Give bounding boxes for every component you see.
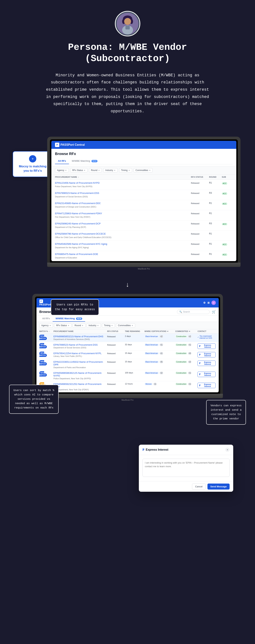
status-2: Released [107,360,123,364]
tooltip-pin: Users can pin RFXs tothe top for easy ac… [51,299,99,315]
modal-close-button[interactable]: × [225,448,230,452]
proc-link-2[interactable]: EPIN65896562321252-Name of Procurement-F… [53,383,106,388]
comm-badge: Construction [175,372,187,374]
search-bar[interactable]: 🔍 Search [177,310,210,314]
browse-rfx-title-1: Browse RFx [55,152,233,156]
col-match[interactable]: Match % ↕ [39,330,52,332]
filters-row-1: Agency▼ RFx Status▼ Round▼ Industry▼ Tim [51,166,236,174]
col-contact[interactable]: Contact [198,330,216,332]
proc-link-2[interactable]: EPIN9996585321S-Name of Procurement-DHS [53,335,106,338]
filters-row-2: Agency▼ RFx Status▼ Round▼ Industry▼ Tim [36,322,219,329]
proc-link[interactable]: EPIN965475-Name of Procurement-DOE [55,253,191,256]
match-badge: 84% MATCH [39,360,47,366]
cart-icon[interactable]: 🛒 [212,310,216,314]
col-round[interactable]: Round [209,176,222,178]
modal-p-icon: 𝐏 [142,448,144,452]
proc-link-2[interactable]: EPIN55896586362125-Name of Procurement-N… [53,372,106,377]
table-row-4: 84% MATCH EPIN222336511145632-Name of Pr… [36,359,219,370]
proc-link[interactable]: EPIN23145685-Name of Procurement-DDC [55,202,191,204]
comm-badge: Construction [175,335,187,338]
time-remaining: 32 days [125,344,143,346]
table-row-pinned: 81% MATCH EPIN9996585321S-Name of Procur… [36,334,219,342]
filter-commodities-2[interactable]: Commodities▼ [116,323,135,328]
proc-agency-2: Department of Homeless Services (DHS) [53,338,90,340]
comm-badge: Construction [175,383,187,386]
tab-mwbe-matching-1[interactable]: M/WBE Matching NEW [69,158,100,164]
filter-rfx-status-2[interactable]: RFx Status▼ [54,323,71,328]
modal-footer: Cancel Send Message [139,481,233,492]
proc-link-2[interactable]: EPIN222336511145632-Name of Procurement-… [53,360,106,366]
screenshot-section-2: Users can pin RFXs tothe top for easy ac… [0,292,255,438]
filter-rfx-status-1[interactable]: RFx Status▼ [70,168,87,172]
col-mwbe-cert[interactable]: M/WBE Certifications ▼ [144,330,174,332]
round: R1 [209,232,222,235]
mwbe-badge: Women [144,383,152,386]
p-icon: 𝐏 [199,373,200,376]
time-remaining: 12 hours [125,383,143,385]
user-avatar-2: U [212,300,216,305]
p-icon: 𝐏 [199,362,200,364]
filter-industry-2[interactable]: Industry▼ [87,323,101,328]
proc-link[interactable]: EPIN25896245-Name of Procurement-DCP [55,222,191,225]
grid-icon[interactable]: ⊞ [208,301,210,304]
modal-header: 𝐏 Express Interest × [139,445,233,455]
proc-agency: Department of City Planning (DCP) [55,226,86,228]
sub-badge: ACC [222,182,228,184]
proc-link[interactable]: EPIN47125863-Name of Procurement-FDNY [55,212,191,215]
col-rfx-status[interactable]: RFx Status [191,176,209,178]
table-row: EPIN7896523-Name of Procurement-DSSDepar… [51,190,236,200]
modal-title-row: 𝐏 Express Interest [142,448,168,452]
col-rfx-status-2[interactable]: RFx Status [107,330,123,332]
settings-icon[interactable]: ⚙ [203,301,206,304]
filter-round-1[interactable]: Round▼ [89,168,102,172]
col-commodities-2[interactable]: Commodities ▼ [175,330,196,332]
tab-all-rfx-2[interactable]: All RFx [39,316,53,322]
round: R1 [209,202,222,204]
p-icon: 𝐏 [199,354,200,356]
filter-agency-1[interactable]: Agency▼ [55,168,69,172]
table-header-2: Match % ↕ Procurement Name RFx Status Ti… [36,329,219,334]
status-2: Released [107,335,123,338]
express-interest-btn[interactable]: 𝐏 Express Interest [198,344,216,349]
filter-commodities-1[interactable]: Commodities▼ [134,168,153,172]
tooltip-sort: Users can sort by match %which uses AI t… [9,385,59,414]
plus-badge-comm: +2 [188,360,192,363]
proc-link[interactable]: EPIN25894796-Name of Procurement-OCCECE [55,232,191,235]
proc-link[interactable]: EPIN7896523-Name of Procurement-DSS [55,192,191,194]
col-proc-name-2[interactable]: Procurement Name [53,330,106,332]
express-interest-btn[interactable]: 𝐏 Express Interest [198,383,216,388]
filter-agency-2[interactable]: Agency▼ [39,323,53,328]
col-time-remaining[interactable]: Time Remaining [125,330,143,332]
expressed-interest: ✓ You expressed interest on 5/15 [198,335,216,339]
proc-link[interactable]: EPIN123456-Name of Procurement-NYPD [55,182,191,184]
proc-agency-2: Fire Department, New York City (FDNY) [53,388,89,391]
modal-send-button[interactable]: Send Message [208,484,230,490]
callout-mocsy: + Mocsy is matching you to RFx's [13,151,53,177]
match-badge: 85% MATCH [39,352,47,357]
match-badge: 81% MATCH [39,371,47,376]
filter-round-2[interactable]: Round▼ [73,323,85,328]
proc-link[interactable]: EPIN45462589-Name of Procurement-NYC Agi… [55,242,191,245]
tab-mwbe-matching-2[interactable]: M/WBE Matching NEW [53,316,85,322]
sub-badge: ACC [222,254,228,256]
modal-section: 𝐏 Express Interest × Cancel Send Message [0,438,255,506]
mwbe-badge: Black American [144,352,159,355]
col-sub[interactable]: Sub [222,176,233,178]
tab-all-rfx-1[interactable]: All RFx [55,158,69,164]
modal-message-textarea[interactable] [142,459,230,477]
express-interest-btn[interactable]: 𝐏 Express Interest [198,352,216,358]
status: Released [191,212,209,215]
proc-link-2[interactable]: EPIN785412254-Name of Procurement-NYPL [53,352,106,355]
round: R1 [209,182,222,184]
col-procurement-name[interactable]: Procurement Name ↕ [55,176,191,178]
modal-cancel-button[interactable]: Cancel [192,484,206,490]
filter-industry-1[interactable]: Industry▼ [103,168,118,172]
check-icon: ✓ [198,336,199,338]
express-interest-btn[interactable]: 𝐏 Express Interest [198,360,216,366]
proc-agency-2: Department of Parks and Recreation [53,366,86,368]
filter-timing-1[interactable]: Timing▼ [119,168,132,172]
proc-link-2[interactable]: EPIN7896523-Name of Procurement-DSS [53,344,106,346]
filter-timing-2[interactable]: Timing▼ [102,323,115,328]
express-interest-btn[interactable]: 𝐏 Express Interest [198,372,216,377]
proc-agency-2: Department of Social Services (DSS) [53,346,86,349]
